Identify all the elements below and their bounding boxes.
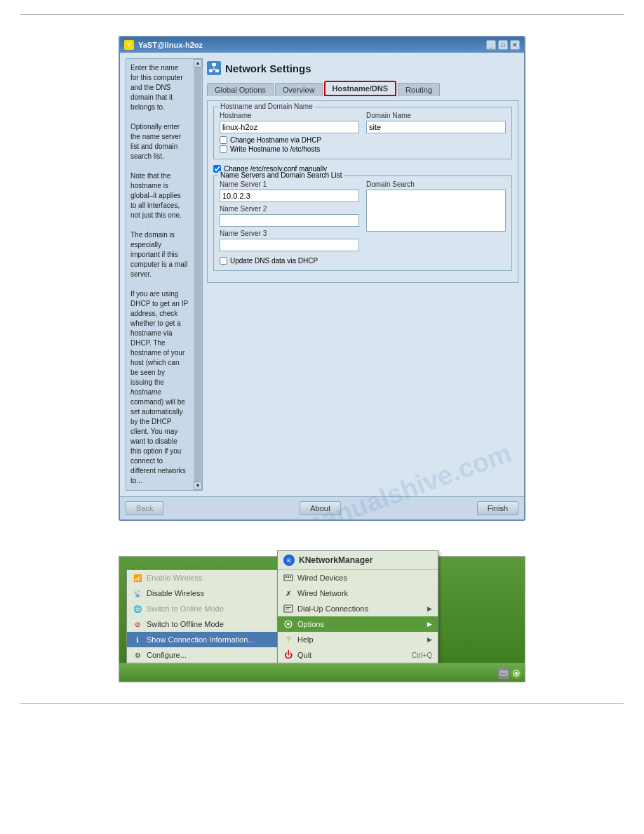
- menu-item-enable-wireless[interactable]: 📶 Enable Wireless: [127, 570, 280, 585]
- dns-right-col: Domain Search: [366, 180, 506, 254]
- ns1-input[interactable]: [220, 190, 359, 202]
- sidebar-scrollbar[interactable]: ▲ ▼: [194, 59, 202, 490]
- update-dns-checkbox[interactable]: [220, 257, 227, 265]
- tab-bar: Global Options Overview Hostname/DNS Rou…: [207, 81, 518, 96]
- right-context-menu: K KNetworkManager: [277, 550, 438, 663]
- domain-col: Domain Name: [366, 112, 506, 133]
- scroll-track: [194, 67, 201, 482]
- svg-rect-0: [212, 63, 216, 66]
- minimize-button[interactable]: _: [486, 40, 496, 50]
- network-settings-icon: [207, 61, 221, 75]
- hostname-domain-section: Hostname and Domain Name Hostname Domain…: [213, 107, 512, 159]
- window-titlebar: Y YaST@linux-h2oz _ □ ✕: [120, 37, 524, 53]
- dialog-sidebar: Enter the name for this computer and the…: [126, 58, 203, 491]
- right-menu-item-help[interactable]: ? Help ▶: [278, 632, 438, 647]
- dns-left-col: Name Server 1 Name Server 2 Name Server …: [220, 180, 359, 254]
- options-left: Options: [283, 619, 324, 629]
- hostname-label: Hostname: [220, 112, 359, 119]
- finish-button[interactable]: Finish: [477, 501, 518, 515]
- wireless-icon: 📶: [133, 573, 142, 583]
- wireless-off-icon: 📡: [133, 588, 142, 598]
- write-hostname-label: Write Hostname to /etc/hosts: [230, 145, 320, 153]
- tray-icon-1[interactable]: [498, 668, 509, 679]
- update-dns-row: Update DNS data via DHCP: [220, 257, 506, 265]
- svg-point-17: [515, 672, 518, 675]
- close-button[interactable]: ✕: [510, 40, 520, 50]
- dialup-icon: [283, 604, 293, 614]
- right-menu-item-options[interactable]: Options ▶: [278, 616, 438, 632]
- right-menu-item-quit[interactable]: ⏻ Quit Ctrl+Q: [278, 647, 438, 663]
- online-icon: 🌐: [133, 604, 142, 614]
- svg-rect-7: [288, 576, 289, 578]
- tray-icon-2[interactable]: [511, 668, 522, 679]
- domain-search-textarea[interactable]: [366, 190, 506, 232]
- svg-rect-15: [502, 673, 506, 673]
- dialog-footer: Back About Finish: [120, 496, 524, 519]
- menu-item-disable-wireless[interactable]: 📡 Disable Wireless: [127, 585, 280, 601]
- dialog-main-content: Network Settings Global Options Overview…: [207, 58, 518, 491]
- ns3-input[interactable]: [220, 239, 359, 251]
- options-arrow: ▶: [427, 621, 432, 628]
- dialup-arrow: ▶: [427, 605, 432, 612]
- taskbar-area: 📶 Enable Wireless 📡 Disable Wireless 🌐 S…: [119, 556, 525, 682]
- help-icon: ?: [283, 635, 293, 644]
- menu-item-configure[interactable]: ⚙ Configure...: [127, 647, 280, 663]
- tab-hostname-dns[interactable]: Hostname/DNS: [324, 81, 396, 96]
- domain-input[interactable]: [366, 121, 506, 133]
- ns2-input[interactable]: [220, 214, 359, 227]
- disable-wireless-label: Disable Wireless: [147, 589, 204, 597]
- dialup-left: Dial-Up Connections: [283, 604, 368, 614]
- dhcp-hostname-row: Change Hostname via DHCP: [220, 136, 506, 144]
- top-divider: [20, 14, 624, 15]
- dialog-header: Network Settings: [207, 58, 518, 81]
- network-settings-dialog: Y YaST@linux-h2oz _ □ ✕ Enter the name f…: [119, 36, 525, 521]
- quit-icon: ⏻: [283, 650, 293, 660]
- dialup-label: Dial-Up Connections: [297, 604, 368, 613]
- right-menu-header: K KNetworkManager: [278, 551, 438, 570]
- hostname-domain-row: Hostname Domain Name: [220, 112, 506, 133]
- back-button[interactable]: Back: [126, 501, 163, 515]
- left-context-menu: 📶 Enable Wireless 📡 Disable Wireless 🌐 S…: [126, 569, 281, 663]
- window-body: Enter the name for this computer and the…: [120, 53, 524, 496]
- domain-label: Domain Name: [366, 112, 506, 119]
- options-icon: [283, 619, 293, 629]
- ns2-label: Name Server 2: [220, 205, 359, 213]
- knetwork-icon: K: [283, 555, 295, 566]
- right-menu-item-dialup[interactable]: Dial-Up Connections ▶: [278, 601, 438, 616]
- scroll-down-arrow[interactable]: ▼: [194, 482, 202, 490]
- scroll-up-arrow[interactable]: ▲: [194, 59, 202, 67]
- write-hostname-checkbox[interactable]: [220, 145, 227, 153]
- tab-routing[interactable]: Routing: [398, 83, 440, 96]
- right-menu-item-wired-network[interactable]: ✗ Wired Network: [278, 585, 438, 601]
- right-menu-item-wired-devices[interactable]: Wired Devices: [278, 570, 438, 585]
- enable-wireless-label: Enable Wireless: [147, 574, 202, 582]
- write-hostname-row: Write Hostname to /etc/hosts: [220, 145, 506, 153]
- svg-rect-1: [209, 70, 213, 72]
- tab-content-panel: Hostname and Domain Name Hostname Domain…: [207, 100, 518, 283]
- svg-rect-2: [215, 70, 219, 72]
- menu-item-show-connection[interactable]: ℹ Show Connection Information...: [127, 632, 280, 647]
- wired-devices-icon: [283, 573, 293, 583]
- maximize-button[interactable]: □: [498, 40, 508, 50]
- svg-rect-11: [286, 609, 289, 609]
- dhcp-hostname-checkbox[interactable]: [220, 136, 227, 144]
- update-dns-label: Update DNS data via DHCP: [230, 257, 318, 265]
- tab-overview[interactable]: Overview: [275, 83, 323, 96]
- title-left: Y YaST@linux-h2oz: [124, 40, 203, 50]
- about-button[interactable]: About: [300, 501, 341, 515]
- menu-item-switch-online[interactable]: 🌐 Switch to Online Mode: [127, 601, 280, 616]
- taskbar-bar: [119, 663, 525, 682]
- window-controls: _ □ ✕: [486, 40, 520, 50]
- window-title: YaST@linux-h2oz: [138, 41, 203, 49]
- tab-global-options[interactable]: Global Options: [207, 83, 274, 96]
- dialog-title: Network Settings: [225, 62, 311, 74]
- svg-rect-10: [286, 607, 291, 608]
- ns3-label: Name Server 3: [220, 230, 359, 237]
- menu-item-switch-offline[interactable]: ⊘ Switch to Offline Mode: [127, 616, 280, 632]
- right-menu-title: KNetworkManager: [299, 555, 373, 565]
- svg-point-13: [287, 623, 290, 626]
- wired-network-label: Wired Network: [297, 589, 348, 597]
- hostname-input[interactable]: [220, 121, 359, 133]
- quit-label: Quit: [297, 651, 311, 659]
- dhcp-hostname-label: Change Hostname via DHCP: [230, 136, 321, 144]
